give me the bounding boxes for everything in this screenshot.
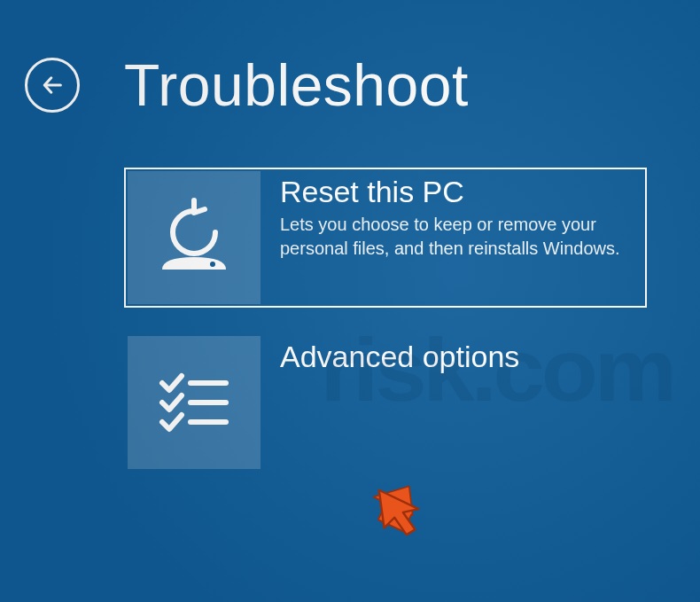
options-list: Reset this PC Lets you choose to keep or… xyxy=(124,168,700,473)
option-tile xyxy=(128,171,261,304)
back-arrow-icon xyxy=(40,73,65,98)
option-title: Reset this PC xyxy=(280,175,626,209)
option-tile xyxy=(128,336,261,469)
option-text: Reset this PC Lets you choose to keep or… xyxy=(261,171,634,261)
back-button[interactable] xyxy=(25,58,80,113)
page-title: Troubleshoot xyxy=(124,51,469,119)
svg-point-1 xyxy=(210,262,215,267)
option-advanced-options[interactable]: Advanced options xyxy=(124,332,647,473)
advanced-options-icon xyxy=(150,358,238,447)
option-reset-this-pc[interactable]: Reset this PC Lets you choose to keep or… xyxy=(124,168,647,308)
header: Troubleshoot xyxy=(0,0,700,119)
option-text: Advanced options xyxy=(261,336,528,378)
option-title: Advanced options xyxy=(280,340,519,374)
annotation-arrow-icon xyxy=(372,483,427,538)
option-description: Lets you choose to keep or remove your p… xyxy=(280,213,626,261)
reset-pc-icon xyxy=(150,193,238,282)
